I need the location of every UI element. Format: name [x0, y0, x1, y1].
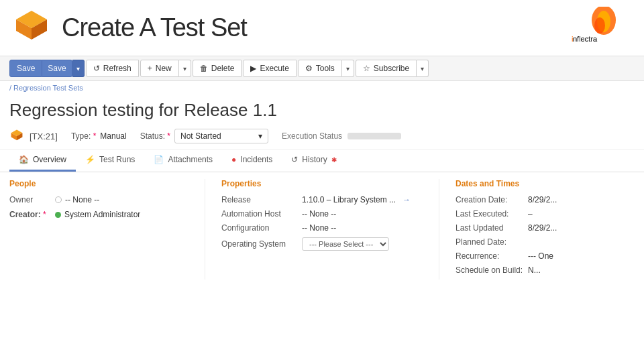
people-section-title: People	[9, 179, 189, 188]
breadcrumb-link[interactable]: / Regression Test Sets	[9, 84, 83, 92]
prop-label-operating-system: Operating System	[221, 239, 295, 249]
creator-value: System Administrator	[55, 210, 140, 219]
operating-system-select[interactable]: --- Please Select ---	[302, 237, 389, 251]
save-dropdown-arrow[interactable]: ▾	[72, 60, 85, 77]
toolbar: Save Save ▾ ↺ Refresh + New ▾ 🗑 Delete ▶…	[0, 56, 644, 81]
dates-section: Dates and Times Creation Date: 8/29/2...…	[455, 179, 635, 280]
history-asterisk: ✱	[331, 156, 337, 164]
recurrence-value: --- One	[528, 251, 553, 261]
type-value: Manual	[100, 131, 126, 141]
date-row-schedule-on-build: Schedule on Build: N...	[455, 265, 635, 275]
status-field-group: Status: * Not Started ▾	[140, 129, 268, 143]
tab-incidents[interactable]: ● Incidents	[222, 149, 282, 172]
schedule-on-build-value: N...	[528, 265, 541, 275]
refresh-group: ↺ Refresh	[86, 60, 139, 77]
divider-2	[439, 179, 439, 280]
test-runs-icon: ⚡	[85, 155, 95, 164]
spira-logo	[13, 8, 50, 48]
prop-label-automation-host: Automation Host	[221, 209, 295, 219]
type-field-group: Type: * Manual	[71, 131, 127, 141]
delete-group: 🗑 Delete	[193, 60, 242, 77]
page-header-title: Create A Test Set	[62, 13, 247, 42]
dates-section-title: Dates and Times	[455, 179, 635, 188]
date-row-last-updated: Last Updated 8/29/2...	[455, 223, 635, 233]
svg-text:nflectra: nflectra	[573, 35, 598, 43]
prop-row-configuration: Configuration -- None --	[221, 223, 423, 233]
incidents-icon: ●	[231, 155, 236, 164]
subscribe-button[interactable]: ☆ Subscribe	[356, 60, 417, 77]
new-dropdown-arrow[interactable]: ▾	[179, 60, 191, 77]
last-updated-value: 8/29/2...	[528, 223, 557, 233]
execute-group: ▶ Execute	[243, 60, 296, 77]
tools-group: ⚙ Tools ▾	[298, 60, 354, 77]
owner-value: -- None --	[55, 195, 99, 204]
subscribe-icon: ☆	[363, 64, 370, 73]
save-button[interactable]: Save	[42, 60, 72, 77]
tools-button[interactable]: ⚙ Tools	[298, 60, 342, 77]
date-row-creation: Creation Date: 8/29/2...	[455, 195, 635, 204]
date-row-planned: Planned Date:	[455, 237, 635, 247]
history-icon: ↺	[291, 155, 298, 164]
prop-row-release: Release 1.10.0 – Library System ... →	[221, 195, 423, 204]
refresh-button[interactable]: ↺ Refresh	[86, 60, 139, 77]
tx-id: [TX:21]	[30, 131, 58, 141]
subscribe-dropdown-arrow[interactable]: ▾	[417, 60, 429, 77]
header-bar: Create A Test Set nflectra i nflectra	[0, 0, 644, 56]
properties-section: Properties Release 1.10.0 – Library Syst…	[221, 179, 423, 280]
prop-row-operating-system: Operating System --- Please Select ---	[221, 237, 423, 251]
page-title: Regression testing for Release 1.1	[0, 95, 644, 123]
schedule-on-build-label: Schedule on Build:	[455, 265, 523, 275]
prop-label-release: Release	[221, 195, 295, 204]
owner-label: Owner	[9, 195, 50, 204]
prop-row-automation-host: Automation Host -- None --	[221, 209, 423, 219]
creator-status-dot	[55, 212, 61, 218]
refresh-icon: ↺	[93, 64, 100, 73]
tab-test-runs[interactable]: ⚡ Test Runs	[76, 149, 144, 172]
last-updated-label: Last Updated	[455, 223, 523, 233]
prop-label-configuration: Configuration	[221, 223, 295, 233]
creation-date-label: Creation Date:	[455, 195, 523, 204]
header-left: Create A Test Set	[13, 8, 247, 48]
breadcrumb: / Regression Test Sets	[0, 81, 644, 95]
svg-point-5	[594, 17, 605, 34]
creator-label: Creator: *	[9, 210, 50, 219]
tabs-bar: 🏠 Overview ⚡ Test Runs 📄 Attachments ● I…	[0, 149, 644, 172]
prop-value-configuration: -- None --	[302, 223, 336, 233]
new-group: + New ▾	[140, 60, 191, 77]
recurrence-label: Recurrence:	[455, 251, 523, 261]
delete-button[interactable]: 🗑 Delete	[193, 60, 242, 77]
prop-value-automation-host: -- None --	[302, 209, 336, 219]
new-button[interactable]: + New	[140, 60, 179, 77]
inflectra-logo: nflectra i nflectra	[570, 7, 624, 49]
execution-status-bar: Execution Status	[282, 131, 401, 141]
delete-icon: 🗑	[200, 64, 208, 73]
people-section: People Owner -- None -- Creator: * Syste…	[9, 179, 189, 280]
last-executed-label: Last Executed:	[455, 209, 523, 219]
owner-radio-icon	[55, 196, 62, 203]
tab-history[interactable]: ↺ History ✱	[282, 149, 345, 172]
type-required-marker: *	[93, 131, 97, 141]
creation-date-value: 8/29/2...	[528, 195, 557, 204]
execute-icon: ▶	[250, 64, 256, 73]
save-button[interactable]: Save	[9, 60, 42, 77]
divider-1	[205, 179, 205, 280]
execute-button[interactable]: ▶ Execute	[243, 60, 296, 77]
status-dropdown-arrow: ▾	[258, 131, 262, 141]
date-row-recurrence: Recurrence: --- One	[455, 251, 635, 261]
new-icon: +	[148, 64, 152, 73]
release-arrow-link[interactable]: →	[402, 195, 411, 204]
attachments-icon: 📄	[154, 155, 164, 164]
last-executed-value: –	[528, 209, 533, 219]
creator-required-marker: *	[43, 210, 46, 219]
tab-attachments[interactable]: 📄 Attachments	[144, 149, 222, 172]
properties-section-title: Properties	[221, 179, 423, 188]
status-dropdown[interactable]: Not Started ▾	[174, 129, 268, 143]
tools-icon: ⚙	[305, 64, 313, 73]
owner-field-row: Owner -- None --	[9, 195, 189, 204]
status-label: Status: *	[140, 131, 170, 141]
status-required-marker: *	[167, 131, 170, 141]
planned-date-label: Planned Date:	[455, 237, 523, 247]
prop-value-release: 1.10.0 – Library System ...	[302, 195, 396, 204]
tools-dropdown-arrow[interactable]: ▾	[342, 60, 354, 77]
tab-overview[interactable]: 🏠 Overview	[9, 149, 76, 172]
